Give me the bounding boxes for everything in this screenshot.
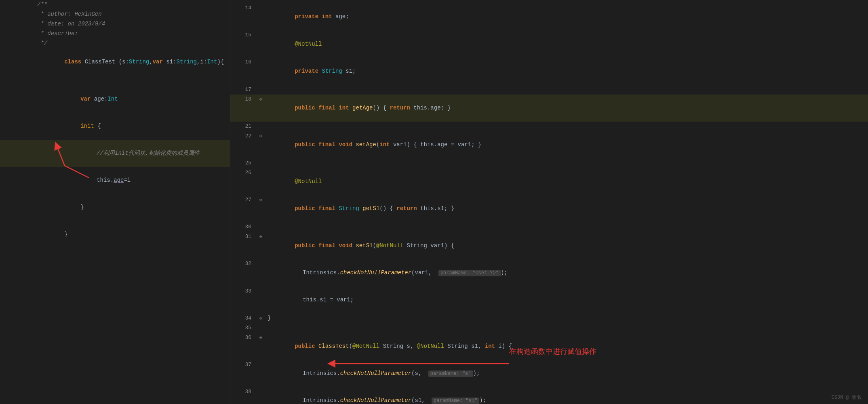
line-number: 38 [235, 388, 251, 396]
code-line: 22 ⊕ public final void setAge(int var1) … [230, 131, 868, 158]
code-line: 21 [230, 122, 868, 131]
code-line-highlighted: //利用init代码块,初始化类的成员属性 [0, 140, 230, 167]
line-number: 37 [235, 361, 251, 369]
code-token: @NotNull [268, 168, 863, 195]
code-token: /** [37, 0, 225, 9]
fold-icon: ⊕ [259, 133, 265, 140]
code-line: * date: on 2023/9/4 [0, 19, 230, 29]
line-number: 22 [235, 132, 251, 141]
code-line: this.age=i [0, 167, 230, 194]
code-token: Intrinsics.checkNotNullParameter(var1, p… [268, 259, 863, 286]
code-line: 15 @NotNull [230, 30, 868, 57]
code-line: init { [0, 112, 230, 139]
right-code-area: 14 private int age; 15 @NotNull 16 priva… [230, 0, 868, 404]
code-line: 14 private int age; [230, 3, 868, 30]
code-token [268, 85, 863, 94]
code-token: } [37, 221, 225, 248]
code-token: class ClassTest (s:String,var s1:String,… [37, 48, 225, 76]
line-number: 31 [235, 233, 251, 241]
code-line: 34 ⊖ } [230, 314, 868, 323]
code-token: private int age; [268, 3, 863, 30]
line-number: 35 [235, 324, 251, 332]
code-line: 17 [230, 85, 868, 95]
code-line: 16 private String s1; [230, 57, 868, 84]
code-token: Intrinsics.checkNotNullParameter(s, para… [268, 360, 863, 387]
fold-icon: ⊖ [259, 315, 265, 322]
left-code-area: /** * author: HeXinGen * date: on 2023/9… [0, 0, 230, 251]
code-token: private String s1; [268, 57, 863, 84]
line-number: 30 [235, 223, 251, 231]
line-number: 26 [235, 169, 251, 177]
code-line: var age:Int [0, 85, 230, 112]
code-line [0, 76, 230, 85]
code-line: 25 [230, 158, 868, 168]
code-token: this.age=i [37, 167, 225, 194]
code-token: */ [37, 39, 225, 48]
line-number: 36 [235, 334, 251, 342]
code-line: } [0, 194, 230, 221]
code-token: } [268, 314, 863, 322]
code-token: //利用init代码块,初始化类的成员属性 [37, 140, 225, 167]
code-line: * author: HeXinGen [0, 10, 230, 19]
line-number: 16 [235, 58, 251, 67]
line-number: 21 [235, 122, 251, 131]
line-number: 14 [235, 4, 251, 13]
code-line-highlighted: 18 ⊕ public final int getAge() { return … [230, 95, 868, 122]
code-line: */ [0, 39, 230, 48]
code-token: * date: on 2023/9/4 [37, 19, 225, 28]
code-token: * describe: [37, 29, 225, 38]
fold-icon: ⊕ [259, 96, 265, 103]
code-token: public final void setAge(int var1) { thi… [268, 131, 863, 158]
code-line: 30 [230, 222, 868, 232]
code-line: class ClassTest (s:String,var s1:String,… [0, 48, 230, 76]
fold-icon: ⊖ [259, 335, 265, 342]
line-number: 34 [235, 314, 251, 323]
code-token [37, 76, 225, 84]
code-line: 27 ⊕ public final String getS1() { retur… [230, 195, 868, 222]
code-token: init { [37, 112, 225, 139]
line-number: 17 [235, 86, 251, 94]
line-number: 15 [235, 31, 251, 40]
code-line: /** [0, 0, 230, 10]
code-token: @NotNull [268, 30, 863, 57]
code-token [268, 323, 863, 332]
code-token: this.s1 = var1; [268, 286, 863, 314]
code-line: 35 [230, 323, 868, 333]
code-token: Intrinsics.checkNotNullParameter(s1, par… [268, 387, 863, 404]
code-token: public final void setS1(@NotNull String … [268, 232, 863, 259]
code-line: 38 Intrinsics.checkNotNullParameter(s1, … [230, 387, 868, 404]
fold-icon: ⊕ [259, 197, 265, 204]
code-line: 37 Intrinsics.checkNotNullParameter(s, p… [230, 360, 868, 387]
code-token: } [37, 194, 225, 221]
code-token: public final int getAge() { return this.… [268, 95, 863, 122]
code-line: 31 ⊖ public final void setS1(@NotNull St… [230, 232, 868, 259]
code-token: * author: HeXinGen [37, 10, 225, 19]
line-number: 27 [235, 196, 251, 204]
code-line: * describe: [0, 29, 230, 39]
code-token [268, 222, 863, 231]
line-number: 18 [235, 95, 251, 104]
left-code-panel: /** * author: HeXinGen * date: on 2023/9… [0, 0, 230, 404]
right-code-panel: 14 private int age; 15 @NotNull 16 priva… [230, 0, 868, 404]
watermark: CSDN @ 签名 [832, 394, 862, 401]
code-token: public final String getS1() { return thi… [268, 195, 863, 222]
line-number: 32 [235, 260, 251, 268]
line-number: 33 [235, 287, 251, 296]
fold-icon: ⊖ [259, 234, 265, 241]
right-annotation-text: 在构造函数中进行赋值操作 [509, 347, 596, 356]
code-token [268, 158, 863, 167]
code-line: } [0, 221, 230, 248]
code-line: 33 this.s1 = var1; [230, 286, 868, 314]
line-number: 25 [235, 159, 251, 168]
code-line: 32 Intrinsics.checkNotNullParameter(var1… [230, 259, 868, 286]
code-token [268, 122, 863, 130]
code-token: var age:Int [37, 85, 225, 112]
code-line: 26 @NotNull [230, 168, 868, 195]
